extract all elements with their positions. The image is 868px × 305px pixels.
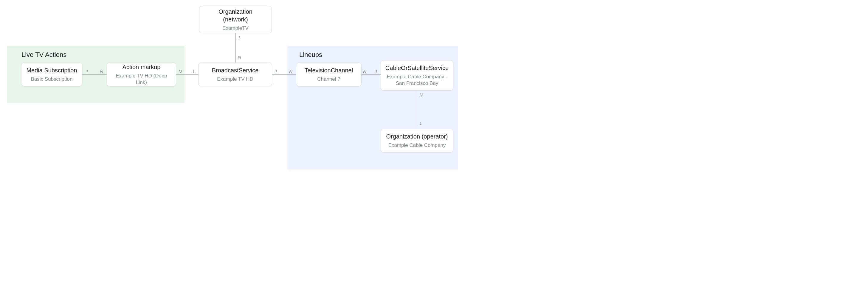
box-organization-operator: Organization (operator) Example Cable Co… <box>381 129 454 152</box>
connector-channel-cable <box>362 74 381 75</box>
card-media-action-1: 1 <box>86 69 88 74</box>
box-sub-org-network: ExampleTV <box>222 25 249 32</box>
box-cable-satellite-service: CableOrSatelliteService Example Cable Co… <box>381 60 454 91</box>
box-broadcast-service: BroadcastService Example TV HD <box>198 63 272 87</box>
connector-org-broadcast <box>236 33 236 63</box>
box-sub-media: Basic Subscription <box>31 76 73 82</box>
region-title-live: Live TV Actions <box>22 51 66 59</box>
box-title-cable: CableOrSatelliteService <box>385 64 448 72</box>
card-action-broadcast-n: N <box>179 69 182 74</box>
card-cable-operator-1: 1 <box>420 121 422 126</box>
box-sub-broadcast: Example TV HD <box>217 76 253 82</box>
box-title-channel: TelevisionChannel <box>305 66 353 74</box>
card-org-broadcast-1: 1 <box>238 35 240 40</box>
box-title-operator: Organization (operator) <box>386 133 448 140</box>
card-broadcast-channel-1: 1 <box>275 69 277 74</box>
box-title-org-network: Organization(network) <box>218 8 252 23</box>
card-media-action-n: N <box>100 69 103 74</box>
diagram-canvas: Live TV Actions Lineups 1 N 1 N N 1 1 N … <box>0 0 465 173</box>
card-org-broadcast-n: N <box>238 55 241 60</box>
box-sub-operator: Example Cable Company <box>389 142 446 148</box>
box-sub-channel: Channel 7 <box>317 76 340 82</box>
box-sub-cable: Example Cable Company - San Francisco Ba… <box>386 74 448 87</box>
box-organization-network: Organization(network) ExampleTV <box>199 6 272 33</box>
connector-broadcast-channel <box>272 74 296 75</box>
card-channel-cable-n: N <box>363 69 366 74</box>
box-media-subscription: Media Subscription Basic Subscription <box>21 63 82 87</box>
card-cable-operator-n: N <box>420 92 423 97</box>
connector-media-action <box>82 74 107 75</box>
box-title-media: Media Subscription <box>26 66 77 74</box>
box-sub-action: Example TV HD (Deep Link) <box>112 73 171 86</box>
box-title-action: Action markup <box>123 63 161 71</box>
box-television-channel: TelevisionChannel Channel 7 <box>296 63 362 87</box>
connector-action-broadcast <box>176 74 198 75</box>
card-channel-cable-1: 1 <box>375 69 377 74</box>
box-title-broadcast: BroadcastService <box>212 66 259 74</box>
card-broadcast-channel-n: N <box>289 69 292 74</box>
region-title-lineups: Lineups <box>299 51 322 59</box>
card-action-broadcast-1: 1 <box>192 69 195 74</box>
box-action-markup: Action markup Example TV HD (Deep Link) <box>107 63 176 87</box>
